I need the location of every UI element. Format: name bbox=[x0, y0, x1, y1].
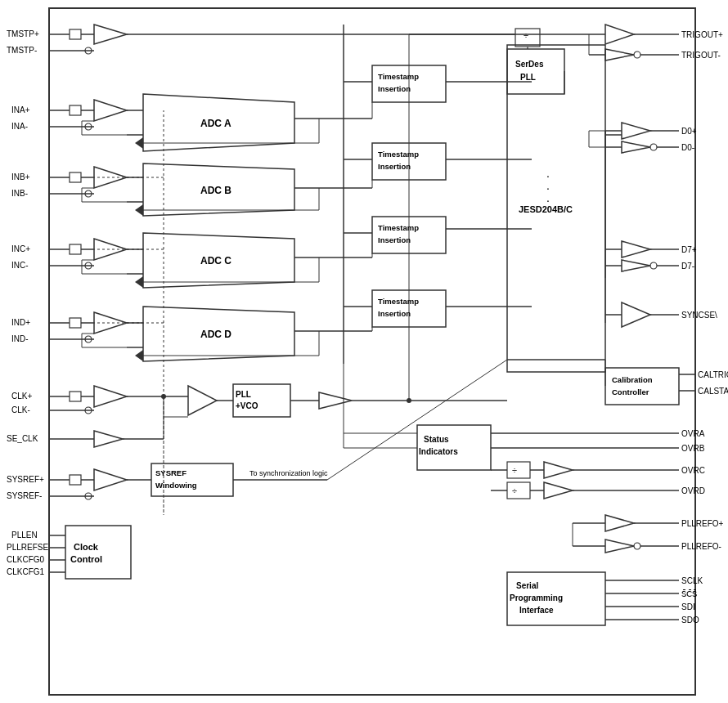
pin-ina-plus: INA+ bbox=[11, 105, 30, 114]
adc-b-label: ADC B bbox=[200, 185, 231, 196]
pin-sdi: SDI bbox=[681, 602, 695, 611]
serdes-pll-label: SerDes bbox=[515, 60, 544, 69]
pin-sclk: SCLK bbox=[681, 576, 703, 585]
pin-clk-plus: CLK+ bbox=[11, 392, 32, 401]
pin-ovrd: OVRD bbox=[681, 486, 705, 495]
pin-d0-minus: D0- bbox=[681, 143, 694, 152]
svg-marker-39 bbox=[135, 204, 143, 216]
svg-marker-98 bbox=[94, 469, 127, 490]
svg-marker-55 bbox=[135, 276, 143, 288]
adc-d-label: ADC D bbox=[200, 329, 231, 340]
svg-marker-152 bbox=[622, 141, 650, 153]
svg-rect-182 bbox=[507, 482, 530, 499]
ts-insert-4-label2: Insertion bbox=[378, 309, 411, 318]
svg-marker-161 bbox=[622, 241, 650, 257]
pin-d7-minus: D7- bbox=[681, 262, 694, 271]
block-diagram-svg: TMSTP+ TMSTP- INA+ INA- ADC bbox=[0, 0, 728, 703]
pin-ovrb: OVRB bbox=[681, 444, 705, 453]
pin-inb-plus: INB+ bbox=[11, 172, 30, 181]
ts-insert-1-label: Timestamp bbox=[378, 72, 419, 81]
serdes-pll-label2: PLL bbox=[520, 73, 536, 82]
cal-ctrl-label: Calibration bbox=[612, 375, 653, 384]
svg-marker-138 bbox=[605, 25, 634, 44]
pin-clkcfg0: CLKCFG0 bbox=[7, 555, 45, 564]
pin-ina-minus: INA- bbox=[11, 122, 28, 131]
pin-ovra: OVRA bbox=[681, 429, 705, 438]
sync-logic-label: To synchronization logic bbox=[249, 469, 328, 477]
pin-ovrc: OVRC bbox=[681, 466, 705, 475]
svg-rect-41 bbox=[70, 244, 81, 254]
svg-marker-23 bbox=[135, 137, 143, 149]
pll-vco-label: PLL bbox=[236, 390, 251, 399]
pin-pllrefse: PLLREFSE bbox=[7, 543, 48, 552]
svg-rect-128 bbox=[507, 49, 564, 94]
svg-marker-85 bbox=[188, 386, 217, 415]
spi-label2: Programming bbox=[510, 593, 563, 602]
pin-inb-minus: INB- bbox=[11, 189, 28, 198]
ts-insert-1-label2: Insertion bbox=[378, 84, 411, 93]
svg-rect-57 bbox=[70, 318, 81, 328]
svg-marker-189 bbox=[605, 540, 634, 553]
pin-sysref-minus: SYSREF- bbox=[7, 491, 42, 500]
status-ind-label: Status bbox=[424, 435, 449, 444]
svg-marker-179 bbox=[544, 462, 573, 478]
div-ovrd: ÷ bbox=[512, 486, 517, 495]
svg-rect-94 bbox=[70, 475, 81, 485]
pin-pllen: PLLEN bbox=[11, 531, 38, 540]
pin-trigout-minus: TRIGOUT- bbox=[681, 51, 721, 60]
sysref-windowing-label: SYSREF bbox=[155, 468, 186, 477]
pin-tmstp-minus: TMSTP- bbox=[7, 46, 37, 55]
adc-c-label: ADC C bbox=[200, 255, 231, 266]
pin-pllrefo-minus: PLLREFO- bbox=[681, 542, 721, 551]
div-ovrc: ÷ bbox=[512, 465, 517, 475]
svg-marker-164 bbox=[622, 260, 650, 271]
pin-syncse: SYNCSE\ bbox=[681, 311, 717, 320]
pin-se-clk: SE_CLK bbox=[7, 434, 38, 443]
ts-insert-3-label2: Insertion bbox=[378, 235, 411, 244]
pin-ind-minus: IND- bbox=[11, 334, 29, 343]
ellipsis-dots2: · bbox=[546, 181, 550, 195]
adc-a-label: ADC A bbox=[200, 118, 231, 129]
pin-d7-plus: D7+ bbox=[681, 245, 697, 254]
pin-d0-plus: D0+ bbox=[681, 127, 697, 136]
svg-point-165 bbox=[650, 262, 657, 269]
svg-marker-89 bbox=[319, 392, 352, 409]
pin-clkcfg1: CLKCFG1 bbox=[7, 567, 45, 576]
svg-rect-9 bbox=[70, 105, 81, 115]
svg-rect-25 bbox=[70, 172, 81, 182]
svg-point-190 bbox=[634, 543, 640, 549]
svg-rect-2 bbox=[70, 29, 81, 39]
ts-insert-2-label: Timestamp bbox=[378, 150, 419, 159]
pin-inc-plus: INC+ bbox=[11, 244, 30, 253]
svg-marker-141 bbox=[605, 49, 634, 60]
pin-sdo: SDO bbox=[681, 616, 699, 625]
ts-insert-3-label: Timestamp bbox=[378, 223, 419, 232]
svg-rect-170 bbox=[605, 368, 679, 405]
pin-tmstp-plus: TMSTP+ bbox=[7, 29, 39, 38]
pll-vco-label2: +VCO bbox=[236, 401, 258, 410]
svg-marker-81 bbox=[94, 431, 123, 447]
svg-point-142 bbox=[634, 51, 640, 58]
svg-rect-87 bbox=[233, 384, 290, 417]
spi-label3: Interface bbox=[519, 606, 554, 615]
ts-insert-2-label2: Insertion bbox=[378, 162, 411, 171]
pin-clk-minus: CLK- bbox=[11, 405, 30, 414]
svg-marker-71 bbox=[135, 350, 143, 361]
pin-calstat: CALSTAT bbox=[698, 387, 728, 396]
spi-label: Serial bbox=[516, 581, 538, 590]
pin-inc-minus: INC- bbox=[11, 261, 29, 270]
pin-sysref-plus: SYSREF+ bbox=[7, 475, 44, 484]
svg-marker-77 bbox=[94, 386, 127, 407]
svg-marker-6 bbox=[94, 25, 127, 44]
clock-control-label: Clock bbox=[74, 542, 99, 552]
pin-trigout-plus: TRIGOUT+ bbox=[681, 30, 723, 39]
pin-ind-plus: IND+ bbox=[11, 318, 30, 327]
svg-rect-73 bbox=[70, 392, 81, 401]
svg-marker-149 bbox=[622, 123, 650, 139]
ellipsis-dots: · bbox=[546, 169, 550, 182]
svg-marker-13 bbox=[94, 100, 127, 121]
svg-marker-184 bbox=[544, 482, 573, 499]
svg-marker-186 bbox=[605, 515, 634, 531]
sysref-windowing-label2: Windowing bbox=[155, 481, 197, 490]
pin-caltrig: CALTRIG bbox=[698, 370, 728, 379]
